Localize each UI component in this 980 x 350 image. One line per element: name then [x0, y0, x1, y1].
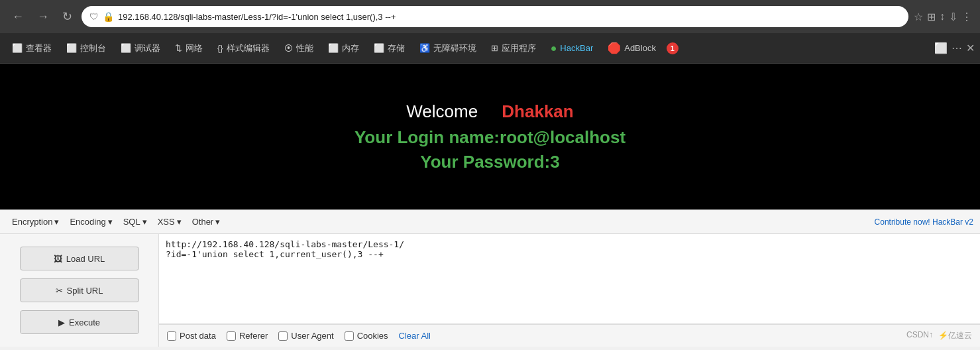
referer-checkbox-item[interactable]: Referer — [227, 331, 268, 341]
devtools-application[interactable]: ⊞ 应用程序 — [484, 38, 543, 58]
scroll-icon[interactable]: ↕ — [940, 11, 945, 23]
close-devtools-icon[interactable]: ✕ — [966, 42, 975, 54]
execute-icon: ▶ — [58, 318, 65, 327]
devtools-inspector[interactable]: ⬜ 查看器 — [5, 38, 58, 58]
console-icon: ⬜ — [66, 43, 77, 53]
hackbar-sql[interactable]: SQL ▾ — [118, 214, 152, 229]
welcome-text: Welcome — [406, 101, 478, 121]
split-url-icon: ✂ — [56, 286, 63, 296]
inspector-icon: ⬜ — [12, 43, 23, 53]
post-data-checkbox-item[interactable]: Post data — [167, 331, 216, 341]
password-line: Your Password:3 — [420, 152, 559, 172]
devtools-accessibility[interactable]: ♿ 无障碍环境 — [413, 38, 483, 58]
post-data-checkbox[interactable] — [167, 331, 176, 341]
load-url-icon: 🖼 — [54, 254, 62, 264]
address-text[interactable]: 192.168.40.128/sqli-labs-master/Less-1/?… — [118, 12, 900, 22]
browser-chrome: ← → ↻ 🛡 🔒 192.168.40.128/sqli-labs-maste… — [0, 0, 980, 33]
adblock-icon: 🛑 — [608, 42, 621, 54]
lock-icon: 🔒 — [103, 11, 114, 22]
referer-checkbox[interactable] — [227, 331, 236, 341]
cookies-checkbox-item[interactable]: Cookies — [345, 331, 388, 341]
encryption-chevron-icon: ▾ — [54, 217, 59, 227]
devtools-style-editor[interactable]: {} 样式编辑器 — [211, 38, 276, 58]
hackbar-main: http://192.168.40.128/sqli-labs-master/L… — [159, 234, 980, 347]
clear-all-button[interactable]: Clear All — [399, 331, 431, 341]
load-url-button[interactable]: 🖼 Load URL — [20, 247, 139, 270]
accessibility-icon: ♿ — [419, 43, 430, 53]
storage-icon: ⬜ — [374, 43, 384, 53]
devtools-performance[interactable]: ⦿ 性能 — [278, 38, 320, 58]
hackbar-icon: ● — [551, 42, 557, 54]
encoding-chevron-icon: ▾ — [108, 217, 113, 227]
memory-icon: ⬜ — [328, 43, 339, 53]
more-devtools-icon[interactable]: ⋯ — [952, 42, 962, 54]
bookmark-icon[interactable]: ☆ — [914, 11, 923, 23]
user-agent-checkbox[interactable] — [278, 331, 288, 341]
hackbar-encoding[interactable]: Encoding ▾ — [64, 214, 117, 229]
application-icon: ⊞ — [491, 43, 498, 53]
devtools-debugger[interactable]: ⬜ 调试器 — [114, 38, 167, 58]
devtools-storage[interactable]: ⬜ 存储 — [367, 38, 411, 58]
performance-icon: ⦿ — [284, 43, 293, 53]
cookies-checkbox[interactable] — [345, 331, 354, 341]
url-textarea[interactable]: http://192.168.40.128/sqli-labs-master/L… — [159, 234, 980, 324]
welcome-line: Welcome Dhakkan — [406, 101, 573, 122]
sql-chevron-icon: ▾ — [142, 217, 147, 227]
shield-icon: 🛡 — [89, 11, 99, 22]
hackbar-xss[interactable]: XSS ▾ — [152, 214, 187, 229]
yiyun-link[interactable]: ⚡亿速云 — [938, 330, 972, 341]
hackbar-other[interactable]: Other ▾ — [187, 214, 226, 229]
devtools-console[interactable]: ⬜ 控制台 — [60, 38, 113, 58]
chrome-actions: ☆ ⊞ ↕ ⇩ ⋮ — [914, 11, 972, 23]
back-button[interactable]: ← — [8, 7, 28, 27]
error-badge: 1 — [667, 42, 679, 54]
devtools-bar: ⬜ 查看器 ⬜ 控制台 ⬜ 调试器 ⇅ 网络 {} 样式编辑器 ⦿ 性能 ⬜ 内… — [0, 33, 980, 64]
extensions-icon[interactable]: ⊞ — [927, 11, 936, 23]
csdn-link[interactable]: CSDN↑ — [906, 330, 933, 341]
username-text: Dhakkan — [502, 101, 573, 121]
execute-button[interactable]: ▶ Execute — [20, 310, 139, 334]
bottom-links: CSDN↑ ⚡亿速云 — [906, 330, 972, 341]
user-agent-checkbox-item[interactable]: User Agent — [278, 331, 333, 341]
hackbar-sidebar: 🖼 Load URL ✂ Split URL ▶ Execute — [0, 234, 159, 347]
devtools-adblock[interactable]: 🛑 AdBlock — [601, 38, 663, 58]
page-content: Welcome Dhakkan Your Login name:root@loc… — [0, 64, 980, 209]
more-icon[interactable]: ⋮ — [961, 11, 972, 23]
contribute-link[interactable]: Contribute now! HackBar v2 — [875, 217, 973, 227]
hackbar-footer: Post data Referer User Agent Cookies Cle… — [159, 324, 980, 347]
refresh-button[interactable]: ↻ — [58, 7, 76, 27]
hackbar: Encryption ▾ Encoding ▾ SQL ▾ XSS ▾ Othe… — [0, 209, 980, 347]
forward-button[interactable]: → — [33, 7, 53, 27]
devtools-network[interactable]: ⇅ 网络 — [168, 38, 209, 58]
debugger-icon: ⬜ — [121, 43, 131, 53]
expand-devtools-icon[interactable]: ⬜ — [934, 42, 948, 54]
address-bar: 🛡 🔒 192.168.40.128/sqli-labs-master/Less… — [82, 6, 908, 27]
login-name-line: Your Login name:root@localhost — [354, 127, 626, 148]
devtools-hackbar[interactable]: ● HackBar — [544, 38, 600, 58]
other-chevron-icon: ▾ — [215, 217, 220, 227]
style-editor-icon: {} — [217, 43, 223, 53]
hackbar-menu: Encryption ▾ Encoding ▾ SQL ▾ XSS ▾ Othe… — [0, 210, 980, 234]
hackbar-body: 🖼 Load URL ✂ Split URL ▶ Execute http://… — [0, 234, 980, 347]
devtools-memory[interactable]: ⬜ 内存 — [321, 38, 366, 58]
xss-chevron-icon: ▾ — [177, 217, 182, 227]
split-url-button[interactable]: ✂ Split URL — [20, 278, 139, 302]
hackbar-encryption[interactable]: Encryption ▾ — [7, 214, 64, 229]
download-icon[interactable]: ⇩ — [949, 11, 957, 23]
network-icon: ⇅ — [175, 43, 182, 53]
